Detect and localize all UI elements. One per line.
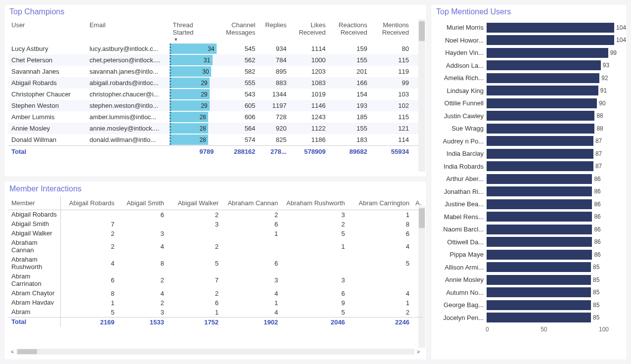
chart-bar-row[interactable]: Lindsay King91 xyxy=(436,85,622,97)
chart-bar-value: 88 xyxy=(596,125,603,132)
col-likes-l1: Likes xyxy=(311,21,325,29)
table-row[interactable]: Abigail Robards62231 xyxy=(8,210,422,220)
col-abigail-walker[interactable]: Abigail Walker xyxy=(167,196,222,210)
table-row[interactable]: Savannah Janessavannah.janes@intlo...305… xyxy=(8,66,422,77)
table-row[interactable]: Stephen Westonstephen.weston@intlo...296… xyxy=(8,100,422,111)
col-channel-messages[interactable]: Channel Messages xyxy=(217,19,258,43)
cell-value: 2 xyxy=(118,272,167,289)
col-replies[interactable]: Replies xyxy=(258,19,289,43)
cell-email: savannah.janes@intlo... xyxy=(87,66,170,77)
chart-bar-row[interactable]: Amelia Rich...92 xyxy=(436,72,622,85)
col-thread-l2: Started xyxy=(173,29,193,36)
cell-channel: 555 xyxy=(217,77,258,89)
col-abram-carrington[interactable]: Abram Carrington xyxy=(348,196,412,210)
chart-bar-value: 86 xyxy=(594,188,600,195)
table-row[interactable]: Abraham Cannan24214 xyxy=(8,238,422,255)
table-row[interactable]: Abram Chaytor842464 xyxy=(8,289,422,298)
scrollbar-thumb[interactable] xyxy=(17,349,37,354)
table-row[interactable]: Christopher Chaucerchristopher.chaucer@i… xyxy=(8,89,422,100)
col-email[interactable]: Email xyxy=(87,19,170,43)
cell-user: Amber Lummis xyxy=(8,111,87,123)
chart-bar-row[interactable]: Audrey n Po...87 xyxy=(436,135,622,148)
chart-bar-row[interactable]: Noel Howor...104 xyxy=(436,34,622,47)
chart-bar-fill xyxy=(487,237,592,247)
hscroll-left-arrow-icon[interactable]: < xyxy=(8,348,16,356)
table-row[interactable]: Lucy Astburylucy.astbury@intlock.c...345… xyxy=(8,43,422,54)
cell-thread-bar: 28 xyxy=(170,123,217,134)
chart-bar-fill xyxy=(487,313,591,322)
table-row[interactable]: Abraham Rushworth48565 xyxy=(8,255,422,272)
chart-bar-row[interactable]: Justine Bea...86 xyxy=(436,198,622,211)
cell-value: 1 xyxy=(281,238,348,255)
chart-bar-row[interactable]: Justin Cawley88 xyxy=(436,110,622,123)
chart-bar-row[interactable]: Ottiwell Da...86 xyxy=(436,236,622,249)
table-row[interactable]: Donald Willmandonald.willman@intlo...285… xyxy=(8,134,422,146)
chart-bar-row[interactable]: Arthur Aber...86 xyxy=(436,173,622,185)
chart-bar-row[interactable]: Mabel Rens...86 xyxy=(436,211,622,224)
chart-bar-row[interactable]: Pippa Maye86 xyxy=(436,248,622,261)
chart-bar-row[interactable]: India Barclay87 xyxy=(436,147,622,160)
top-champions-title: Top Champions xyxy=(9,7,422,16)
chart-bar-row[interactable]: Jocelyn Pen...85 xyxy=(436,312,622,324)
col-thread-started[interactable]: Thread Started ▼ xyxy=(170,19,217,43)
cell-value: 1 xyxy=(222,229,281,238)
cell-value: 4 xyxy=(60,255,117,272)
cell-value: 1 xyxy=(222,298,281,308)
chart-bar-label: Hayden Vin... xyxy=(436,49,487,56)
chart-bar-row[interactable]: Naomi Barcl...86 xyxy=(436,223,622,236)
chart-bar-row[interactable]: Autumn No...85 xyxy=(436,286,622,299)
col-likes-received[interactable]: Likes Received xyxy=(289,19,328,43)
table-row[interactable]: Abigail Walker23156 xyxy=(8,229,422,238)
chart-bar-row[interactable]: Ottilie Funnell90 xyxy=(436,97,622,110)
table-row[interactable]: Abigail Smith73628 xyxy=(8,220,422,229)
chart-bar-value: 87 xyxy=(595,150,602,157)
top-champions-scrollbar[interactable] xyxy=(418,19,425,172)
chart-bar-row[interactable]: Addison La...93 xyxy=(436,59,622,72)
col-abraham-cannan[interactable]: Abraham Cannan xyxy=(222,196,281,210)
chart-bar-row[interactable]: Hayden Vin...99 xyxy=(436,46,622,59)
cell-replies: 920 xyxy=(258,123,289,134)
member-interactions-hscroll[interactable]: < > xyxy=(8,348,422,356)
col-overflow[interactable]: A xyxy=(412,196,422,210)
chart-bar-row[interactable]: Annie Mosley85 xyxy=(436,273,622,286)
col-member[interactable]: Member xyxy=(8,196,60,210)
col-abraham-rushworth[interactable]: Abraham Rushworth xyxy=(281,196,348,210)
chart-bar-row[interactable]: Allison Armi...85 xyxy=(436,261,622,274)
table-row[interactable]: Amber Lummisamber.lummis@intloc...286067… xyxy=(8,111,422,123)
table-row[interactable]: Abram Carrinaton62733 xyxy=(8,272,422,289)
hscroll-track[interactable] xyxy=(16,349,414,355)
col-abigail-robards[interactable]: Abigail Robards xyxy=(60,196,117,210)
table-row[interactable]: Abram531452 xyxy=(8,308,422,318)
hscroll-right-arrow-icon[interactable]: > xyxy=(414,348,422,356)
cell-mentions: 99 xyxy=(370,77,412,89)
cell-channel: 562 xyxy=(217,54,258,66)
cell-replies: 1344 xyxy=(258,89,289,100)
cell-reactions: 155 xyxy=(328,54,370,66)
cell-member: Abram xyxy=(8,308,60,318)
col-user[interactable]: User xyxy=(8,19,87,43)
scrollbar-thumb[interactable] xyxy=(419,21,425,41)
chart-bar-row[interactable]: George Bag...85 xyxy=(436,299,622,312)
cell-member: Abraham Cannan xyxy=(8,238,60,255)
chart-bar-label: Jocelyn Pen... xyxy=(436,314,487,321)
col-abigail-smith[interactable]: Abigail Smith xyxy=(118,196,167,210)
table-row[interactable]: Abigail Robardsabigail.robards@intloc...… xyxy=(8,77,422,89)
chart-bar-row[interactable]: India Robards87 xyxy=(436,160,622,173)
chart-bar-row[interactable]: Jonathan Ri...86 xyxy=(436,185,622,198)
top-champions-panel: Top Champions User Email Thread St xyxy=(4,4,427,177)
sort-desc-icon[interactable]: ▼ xyxy=(173,37,214,42)
chart-bar-row[interactable]: Sue Wragg88 xyxy=(436,122,622,135)
chart-bar-row[interactable]: Muriel Morris104 xyxy=(436,21,622,34)
col-mentions-received[interactable]: Mentions Received xyxy=(370,19,412,43)
cell-email: donald.willman@intlo... xyxy=(87,134,170,146)
col-reactions-received[interactable]: Reactions Received xyxy=(328,19,370,43)
table-row[interactable]: Chet Petersonchet.peterson@intlock....31… xyxy=(8,54,422,66)
cell-member: Abram Carrinaton xyxy=(8,272,60,289)
cell-likes: 1000 xyxy=(289,54,328,66)
chart-bar-value: 88 xyxy=(596,112,603,119)
total-channel: 288162 xyxy=(217,146,258,158)
cell-value: 6 xyxy=(60,272,117,289)
table-row[interactable]: Abram Havdav126191 xyxy=(8,298,422,308)
table-row[interactable]: Annie Mosleyannie.mosley@intlock....2856… xyxy=(8,123,422,134)
cell-user: Stephen Weston xyxy=(8,100,87,111)
